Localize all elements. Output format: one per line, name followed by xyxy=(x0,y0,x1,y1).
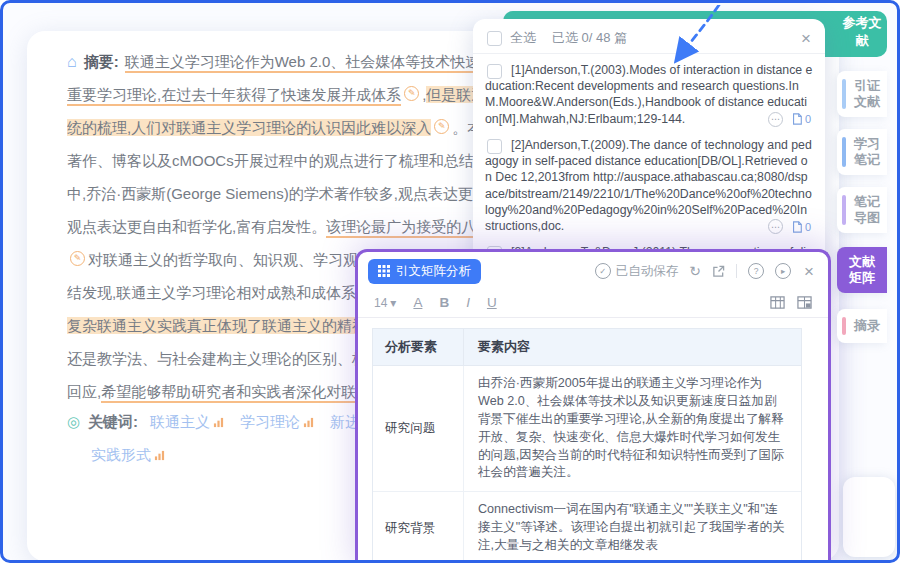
reference-checkbox[interactable] xyxy=(487,139,502,154)
close-icon[interactable]: × xyxy=(804,263,814,280)
column-header: 分析要素 xyxy=(373,329,463,365)
play-icon[interactable]: ▸ xyxy=(775,263,791,279)
row-content: 由乔治·西蒙斯2005年提出的联通主义学习理论作为Web 2.0、社会媒体等技术… xyxy=(463,366,801,491)
annotation-pencil-icon[interactable]: ✎ xyxy=(434,119,449,134)
refresh-icon[interactable]: ↻ xyxy=(689,264,701,278)
export-icon[interactable] xyxy=(712,265,725,278)
column-header: 要素内容 xyxy=(463,329,801,365)
background-card-edge xyxy=(843,477,895,557)
pointer-arrow xyxy=(603,5,743,80)
row-label: 研究问题 xyxy=(373,366,463,491)
close-icon[interactable]: × xyxy=(801,30,811,47)
table-row[interactable]: 研究问题 由乔治·西蒙斯2005年提出的联通主义学习理论作为Web 2.0、社会… xyxy=(373,366,801,492)
font-color-button[interactable]: A xyxy=(413,295,422,310)
divider xyxy=(736,264,737,278)
insert-table-icon[interactable] xyxy=(770,295,785,310)
trend-icon xyxy=(213,417,224,428)
font-size-select[interactable]: 14▾ xyxy=(374,296,396,310)
annotation-pencil-icon[interactable]: ✎ xyxy=(70,251,85,266)
more-icon[interactable]: ⋯ xyxy=(768,219,783,234)
italic-button[interactable]: I xyxy=(466,295,470,310)
more-icon[interactable]: ⋯ xyxy=(768,112,783,127)
tab-accent-bar xyxy=(842,317,846,335)
chevron-down-icon: ▾ xyxy=(390,296,396,310)
target-icon: ◎ xyxy=(67,413,80,430)
table-tools xyxy=(770,295,812,310)
bold-button[interactable]: B xyxy=(439,295,449,310)
annotation-pencil-icon[interactable]: ✎ xyxy=(404,86,419,101)
analysis-table: 分析要素 要素内容 研究问题 由乔治·西蒙斯2005年提出的联通主义学习理论作为… xyxy=(372,328,802,563)
autosave-status: ✓已自动保存 xyxy=(595,263,679,280)
reference-actions: ⋯0 xyxy=(762,112,811,127)
note-count[interactable]: 0 xyxy=(791,113,811,125)
page-icon xyxy=(791,113,803,125)
select-all-label: 全选 xyxy=(510,29,536,47)
table-row[interactable]: 研究背景 Connectivism一词在国内有"联通主义""关联主义"和"连接主… xyxy=(373,492,801,563)
matrix-toolbar: 14▾ A B I U xyxy=(358,288,828,318)
sidebar-tab-references[interactable]: 参考文献 xyxy=(839,14,885,50)
abstract-label: 摘要: xyxy=(84,53,119,70)
note-count[interactable]: 0 xyxy=(791,221,811,233)
select-all-checkbox[interactable] xyxy=(487,31,502,46)
row-content: Connectivism一词在国内有"联通主义""关联主义"和"连接主义"等译述… xyxy=(463,492,801,563)
sidebar-tab-literature-matrix[interactable]: 文献矩阵 xyxy=(837,247,887,293)
table-settings-icon[interactable] xyxy=(797,295,812,310)
page-icon xyxy=(791,221,803,233)
keywords-label: 关键词: xyxy=(88,413,138,430)
reference-checkbox[interactable] xyxy=(487,64,502,79)
tab-accent-bar xyxy=(842,137,846,167)
keyword-link[interactable]: 实践形式 xyxy=(91,446,165,463)
citation-matrix-button[interactable]: 引文矩阵分析 xyxy=(368,259,481,284)
tab-accent-bar xyxy=(842,195,846,225)
citation-matrix-panel: 引文矩阵分析 ✓已自动保存 ↻ ? ▸ × 14▾ A B I U xyxy=(355,249,831,563)
sidebar-tab-citing-literature[interactable]: 引证文献 xyxy=(837,71,887,117)
matrix-panel-header: 引文矩阵分析 ✓已自动保存 ↻ ? ▸ × xyxy=(358,252,828,288)
keyword-link[interactable]: 联通主义 xyxy=(150,413,224,430)
sidebar-tab-study-notes[interactable]: 学习笔记 xyxy=(837,129,887,175)
analysis-table-header: 分析要素 要素内容 xyxy=(373,329,801,366)
trend-icon xyxy=(154,450,165,461)
trend-icon xyxy=(303,417,314,428)
sidebar-tab-note-map[interactable]: 笔记导图 xyxy=(837,187,887,233)
row-label: 研究背景 xyxy=(373,492,463,563)
sidebar-tab-excerpts[interactable]: 摘录 xyxy=(837,309,887,343)
underline-button[interactable]: U xyxy=(487,295,497,310)
tab-accent-bar xyxy=(842,79,846,109)
grid-icon xyxy=(378,265,390,277)
reference-item[interactable]: [2]Anderson,T.(2009).The dance of techno… xyxy=(485,137,813,234)
check-circle-icon: ✓ xyxy=(595,263,611,279)
help-icon[interactable]: ? xyxy=(748,263,764,279)
keyword-link[interactable]: 学习理论 xyxy=(240,413,314,430)
reference-actions: ⋯0 xyxy=(762,219,811,234)
app-frame: ⌂摘要:联通主义学习理论作为Web 2.0、社会媒体等技术快速发展以及知识更新速… xyxy=(0,0,900,563)
matrix-panel-actions: ✓已自动保存 ↻ ? ▸ × xyxy=(595,263,814,280)
home-icon: ⌂ xyxy=(67,53,77,70)
